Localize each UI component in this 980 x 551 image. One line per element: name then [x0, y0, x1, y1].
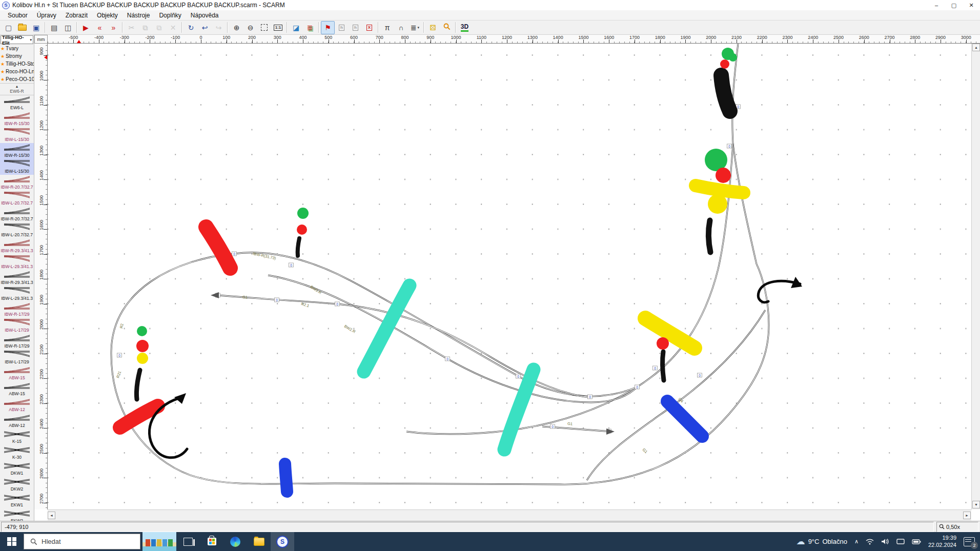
- maximize-button[interactable]: ▢: [945, 0, 963, 10]
- first-person-view-button[interactable]: ⚄: [426, 21, 440, 34]
- open-file-button[interactable]: [15, 21, 29, 34]
- track-part-item[interactable]: IBW-R-15/30: [0, 143, 34, 159]
- track-part-item[interactable]: IBW-R-20.7/32.7: [0, 207, 34, 222]
- terrain-tool-button[interactable]: X: [362, 21, 376, 34]
- heights-tool-button[interactable]: ⚑: [321, 21, 335, 34]
- save-file-button[interactable]: ▣: [29, 21, 43, 34]
- track-part-item[interactable]: ABW-15: [0, 365, 34, 381]
- track-part-item[interactable]: ABW-12: [0, 413, 34, 429]
- scroll-down-button[interactable]: ▼: [972, 501, 980, 508]
- paste-button[interactable]: ⧉: [152, 21, 166, 34]
- rotate-button[interactable]: ↻: [184, 21, 198, 34]
- taskbar-search[interactable]: Hledat: [24, 534, 140, 549]
- bookmark-stromy[interactable]: ★Stromy: [0, 52, 34, 60]
- redo-button[interactable]: ↪: [212, 21, 226, 34]
- scroll-right-button[interactable]: ►: [963, 512, 971, 519]
- zoom-in-button[interactable]: ⊕: [230, 21, 243, 34]
- menu-item-doplňky[interactable]: Doplňky: [154, 10, 186, 20]
- track-part-item[interactable]: IBW-R-17/29: [0, 302, 34, 318]
- track-part-item[interactable]: IBW-R-20.7/32.7: [0, 175, 34, 191]
- bookmark-peco-oo-100[interactable]: ★Peco-OO-100: [0, 75, 34, 83]
- track-part-item[interactable]: IBW-L-15/30: [0, 159, 34, 175]
- track-part-item[interactable]: K-30: [0, 445, 34, 461]
- layers-button[interactable]: ≣: [303, 21, 317, 34]
- background-image-button[interactable]: ◪: [289, 21, 303, 34]
- next-point-button[interactable]: »: [107, 21, 120, 34]
- delete-button[interactable]: ✕: [166, 21, 180, 34]
- library-dropdown[interactable]: Tillig-HO-Elit ▾: [1, 35, 33, 44]
- zoom-1-1-button[interactable]: 1:1: [271, 21, 285, 34]
- track-part-item[interactable]: ABW-15: [0, 381, 34, 397]
- tunnel-button[interactable]: ∩: [394, 21, 408, 34]
- track-part-item[interactable]: ABW-12: [0, 397, 34, 413]
- minimize-button[interactable]: –: [928, 0, 945, 10]
- menu-item-objekty[interactable]: Objekty: [92, 10, 122, 20]
- store-app-button[interactable]: [200, 532, 223, 551]
- undo-button[interactable]: ↩: [198, 21, 212, 34]
- wifi-icon[interactable]: [866, 538, 874, 545]
- track-part-item[interactable]: DKW1: [0, 461, 34, 477]
- track-part-item[interactable]: IBW-L-20.7/32.7: [0, 191, 34, 207]
- vertical-scrollbar[interactable]: ▲ ▼: [971, 44, 980, 509]
- scroll-up-button[interactable]: ▲: [972, 44, 980, 51]
- start-button[interactable]: [0, 532, 24, 551]
- track-part-item[interactable]: IBW-L-15/30: [0, 127, 34, 143]
- battery-icon[interactable]: [912, 539, 921, 545]
- edge-app-button[interactable]: [223, 532, 247, 551]
- track-part-item[interactable]: IBW-L-29.3/41.3: [0, 254, 34, 270]
- view-3d-button[interactable]: 3D: [458, 21, 472, 34]
- explorer-app-button[interactable]: [247, 532, 271, 551]
- task-view-button[interactable]: [176, 532, 200, 551]
- parts-list-button[interactable]: ≣▾: [408, 21, 422, 34]
- track-part-item[interactable]: IBW-R-29.3/41.3: [0, 270, 34, 286]
- layout-canvas[interactable]: 00000000000000000 G1IBW-R(31.73)BW3.RR2.…: [48, 44, 971, 509]
- track-part-item[interactable]: IBW-R-17/29: [0, 334, 34, 350]
- track-part-item[interactable]: IBW-R-29.3/41.3: [0, 238, 34, 254]
- taskbar-clock[interactable]: 19:39 22.02.2024: [928, 535, 956, 549]
- search-highlight-image[interactable]: [142, 532, 176, 551]
- weather-widget[interactable]: ☁ 9°C Oblačno: [797, 536, 847, 547]
- menu-item-nástroje[interactable]: Nástroje: [122, 10, 155, 20]
- track-part-item[interactable]: IBW-L-20.7/32.7: [0, 222, 34, 238]
- scroll-left-button[interactable]: ◄: [48, 512, 55, 519]
- menu-item-úpravy[interactable]: Úpravy: [32, 10, 61, 20]
- height-down-button[interactable]: h: [349, 21, 362, 34]
- track-part-item[interactable]: K-15: [0, 429, 34, 445]
- track-part-item[interactable]: EW6-L: [0, 95, 34, 111]
- menu-item-nápověda[interactable]: Nápověda: [186, 10, 223, 20]
- list-item-partial[interactable]: EW6-R: [0, 89, 34, 95]
- track-part-item[interactable]: EKW2: [0, 508, 34, 521]
- bookmark-tillig-ho-std[interactable]: ★Tillig-HO-Std: [0, 60, 34, 68]
- zoom-out-button[interactable]: ⊖: [243, 21, 257, 34]
- new-file-button[interactable]: ▢: [2, 21, 15, 34]
- copy-button[interactable]: ⧉: [138, 21, 152, 34]
- track-part-item[interactable]: EKW1: [0, 493, 34, 508]
- track-part-item[interactable]: DKW2: [0, 477, 34, 493]
- close-button[interactable]: ✕: [963, 0, 980, 10]
- tray-chevron-icon[interactable]: ∧: [854, 538, 859, 545]
- menu-item-zobrazit[interactable]: Zobrazit: [61, 10, 92, 20]
- print-button[interactable]: ▤: [47, 21, 61, 34]
- list-scroll-up[interactable]: ▲: [0, 83, 34, 89]
- prev-point-button[interactable]: «: [93, 21, 107, 34]
- height-up-button[interactable]: h: [335, 21, 349, 34]
- bookmark-tvary[interactable]: ★Tvary: [0, 45, 34, 52]
- track-part-item[interactable]: IBW-L-29.3/41.3: [0, 286, 34, 302]
- measure-button[interactable]: [440, 21, 454, 34]
- notification-center-button[interactable]: 2: [964, 537, 975, 546]
- menu-item-soubor[interactable]: Soubor: [3, 10, 32, 20]
- track-part-item[interactable]: IBW-R-15/30: [0, 111, 34, 127]
- volume-icon[interactable]: [881, 538, 889, 545]
- horizontal-scrollbar[interactable]: ◄ ►: [48, 509, 971, 521]
- cut-button[interactable]: ✂: [125, 21, 138, 34]
- chevron-down-icon[interactable]: ▾: [418, 26, 420, 30]
- zoom-extents-button[interactable]: [257, 21, 271, 34]
- cast-icon[interactable]: [896, 538, 905, 545]
- start-point-button[interactable]: ▶: [79, 21, 93, 34]
- bookmark-roco-ho-ln[interactable]: ★Roco-HO-Ln: [0, 68, 34, 75]
- track-part-item[interactable]: IBW-L-17/29: [0, 350, 34, 365]
- print-preview-button[interactable]: ◫: [61, 21, 75, 34]
- bridge-button[interactable]: π: [380, 21, 394, 34]
- scarm-app-button[interactable]: S: [271, 532, 294, 551]
- track-part-item[interactable]: IBW-L-17/29: [0, 318, 34, 334]
